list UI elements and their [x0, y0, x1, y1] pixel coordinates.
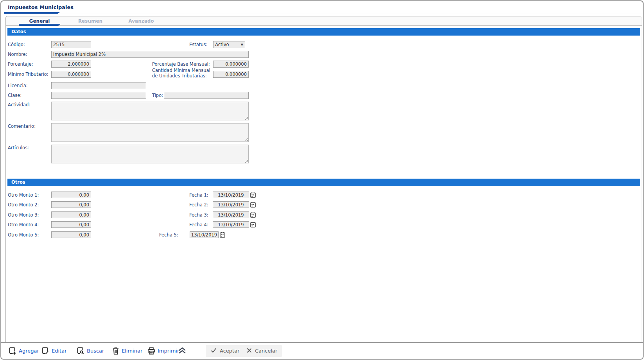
tab-avanzado-label: Avanzado	[128, 18, 154, 24]
minimo-tributario-label: Mínimo Tributario:	[8, 72, 48, 77]
clase-label: Clase:	[8, 93, 22, 98]
otro-monto-4-input[interactable]	[51, 221, 91, 228]
comentario-label: Comentario:	[8, 124, 36, 129]
cantidad-minima-mensual-label: Cantidad Mínima Mensual de Unidades Trib…	[152, 68, 212, 79]
otro-monto-2-label: Otro Monto 2:	[8, 202, 39, 208]
otro-monto-5-input[interactable]	[51, 231, 91, 238]
otro-monto-3-label: Otro Monto 3:	[8, 212, 39, 218]
cancelar-label: Cancelar	[255, 348, 277, 354]
tab-resumen[interactable]: Resumen	[65, 16, 116, 25]
tab-strip: General Resumen Avanzado	[6, 16, 642, 26]
articulos-textarea[interactable]	[51, 145, 249, 163]
fecha-5-label: Fecha 5:	[159, 232, 178, 238]
active-tab-underline	[19, 24, 61, 26]
fecha-4-calendar-icon[interactable]	[250, 222, 256, 228]
estatus-select[interactable]: Activo ▼	[213, 41, 245, 48]
aceptar-button[interactable]: Aceptar	[206, 345, 244, 357]
window-title: Impuestos Municipales	[8, 4, 74, 10]
search-document-icon	[77, 347, 84, 355]
close-icon	[246, 347, 252, 355]
fecha-1-label: Fecha 1:	[189, 192, 208, 198]
otro-monto-5-label: Otro Monto 5:	[8, 232, 39, 238]
check-icon	[210, 347, 217, 355]
editar-button[interactable]: Editar	[42, 347, 67, 355]
select-arrow-icon: ▼	[241, 43, 243, 47]
agregar-label: Agregar	[19, 348, 39, 354]
fecha-2-calendar-icon[interactable]	[250, 202, 256, 208]
cancelar-button[interactable]: Cancelar	[242, 345, 282, 357]
fecha-3-calendar-icon[interactable]	[250, 212, 256, 218]
otro-monto-3-input[interactable]	[51, 211, 91, 218]
main-panel: General Resumen Avanzado Datos Código: E…	[5, 16, 642, 344]
trash-icon	[112, 347, 119, 355]
collapse-toolbar-chevron-icon[interactable]	[178, 346, 187, 355]
agregar-button[interactable]: Agregar	[9, 347, 39, 355]
tab-avanzado[interactable]: Avanzado	[116, 16, 167, 25]
nombre-label: Nombre:	[8, 52, 27, 57]
codigo-input[interactable]	[51, 41, 91, 48]
active-window-tab-underline	[4, 12, 60, 14]
porcentaje-base-mensual-label: Porcentaje Base Mensual:	[152, 61, 210, 67]
editar-label: Editar	[52, 348, 67, 354]
otro-monto-2-input[interactable]	[51, 201, 91, 208]
articulos-label: Artículos:	[8, 145, 29, 150]
otro-monto-1-label: Otro Monto 1:	[8, 192, 39, 198]
buscar-button[interactable]: Buscar	[77, 347, 104, 355]
cantidad-minima-mensual-input[interactable]	[213, 71, 249, 78]
minimo-tributario-input[interactable]	[51, 71, 91, 78]
app-window: Impuestos Municipales General Resumen Av…	[0, 0, 644, 360]
tipo-input[interactable]	[164, 92, 249, 99]
fecha-2-input[interactable]	[213, 201, 249, 208]
tab-general[interactable]: General	[14, 16, 65, 25]
comentario-textarea[interactable]	[51, 123, 249, 142]
add-document-icon	[9, 347, 16, 355]
otro-monto-4-label: Otro Monto 4:	[8, 222, 39, 227]
section-header-otros: Otros	[7, 179, 640, 186]
form-content: Datos Código: Estatus: Activo ▼ Nombre: …	[6, 26, 641, 343]
fecha-4-input[interactable]	[213, 221, 249, 228]
tab-resumen-label: Resumen	[78, 18, 102, 24]
bottom-toolbar: Agregar Editar Buscar Eliminar Imprimir	[1, 342, 643, 359]
fecha-3-label: Fecha 3:	[189, 212, 208, 218]
codigo-label: Código:	[8, 42, 25, 47]
porcentaje-input[interactable]	[51, 61, 91, 68]
porcentaje-label: Porcentaje:	[8, 61, 33, 67]
fecha-1-calendar-icon[interactable]	[250, 192, 256, 198]
estatus-label: Estatus:	[189, 42, 207, 47]
estatus-selected-value: Activo	[215, 42, 229, 47]
nombre-input[interactable]	[51, 51, 249, 58]
tab-general-label: General	[29, 18, 50, 24]
fecha-2-label: Fecha 2:	[189, 202, 208, 208]
porcentaje-base-mensual-input[interactable]	[213, 61, 249, 68]
printer-icon	[147, 347, 155, 355]
actividad-textarea[interactable]	[51, 102, 249, 120]
fecha-1-input[interactable]	[213, 192, 249, 198]
imprimir-label: Imprimir	[158, 348, 179, 354]
fecha-5-input[interactable]	[190, 231, 219, 238]
otro-monto-1-input[interactable]	[51, 192, 91, 198]
section-header-datos: Datos	[7, 28, 640, 36]
tipo-label: Tipo:	[152, 93, 163, 98]
clase-input[interactable]	[51, 92, 146, 99]
aceptar-label: Aceptar	[220, 348, 239, 354]
edit-document-icon	[42, 347, 49, 355]
fecha-3-input[interactable]	[213, 211, 249, 218]
eliminar-button[interactable]: Eliminar	[112, 347, 142, 355]
fecha-4-label: Fecha 4:	[189, 222, 208, 227]
actividad-label: Actividad:	[8, 102, 30, 107]
eliminar-label: Eliminar	[122, 348, 142, 354]
buscar-label: Buscar	[87, 348, 104, 354]
licencia-label: Licencia:	[8, 83, 28, 88]
imprimir-button[interactable]: Imprimir	[147, 347, 179, 355]
fecha-5-calendar-icon[interactable]	[220, 232, 225, 238]
window-tab-bar: Impuestos Municipales	[1, 1, 643, 14]
licencia-input[interactable]	[51, 82, 146, 89]
